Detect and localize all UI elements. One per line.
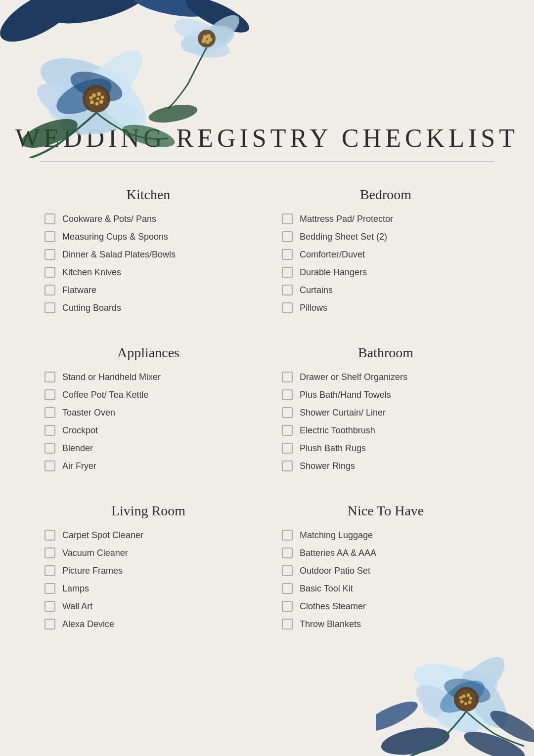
title-divider <box>40 162 494 162</box>
list-item: Comforter/Duvet <box>282 249 490 260</box>
checkbox[interactable] <box>44 249 55 260</box>
checkbox[interactable] <box>44 213 55 224</box>
svg-point-50 <box>460 700 464 704</box>
category-living-room: Living Room Carpet Spot Cleaner Vacuum C… <box>30 493 267 641</box>
item-label: Kitchen Knives <box>62 267 121 278</box>
item-label: Wall Art <box>62 601 92 612</box>
svg-point-37 <box>436 648 513 725</box>
checkbox[interactable] <box>44 425 55 436</box>
checkbox[interactable] <box>44 407 55 418</box>
item-label: Stand or Handheld Mixer <box>62 372 161 382</box>
checkbox[interactable] <box>44 231 55 242</box>
checkbox[interactable] <box>44 389 55 400</box>
checkbox[interactable] <box>44 547 55 558</box>
checkbox[interactable] <box>282 407 293 418</box>
item-label: Pillows <box>300 303 327 313</box>
item-label: Shower Rings <box>300 461 355 471</box>
checkbox[interactable] <box>44 267 55 278</box>
checkbox[interactable] <box>44 302 55 313</box>
checkbox[interactable] <box>44 619 55 630</box>
item-label: Plus Bath/Hand Towels <box>300 390 391 400</box>
checklist-bedroom: Mattress Pad/ Protector Bedding Sheet Se… <box>282 213 490 313</box>
checkbox[interactable] <box>282 530 293 541</box>
svg-point-35 <box>417 667 503 727</box>
category-kitchen: Kitchen Cookware & Pots/ Pans Measuring … <box>30 177 267 325</box>
checkbox[interactable] <box>44 583 55 594</box>
item-label: Crockpot <box>62 425 98 436</box>
list-item: Stand or Handheld Mixer <box>44 372 252 382</box>
item-label: Toaster Oven <box>62 408 115 418</box>
list-item: Drawer or Shelf Organizers <box>282 372 490 382</box>
category-title-living-room: Living Room <box>44 503 252 519</box>
checkbox[interactable] <box>282 231 293 242</box>
list-item: Measuring Cups & Spoons <box>44 231 252 242</box>
checkbox[interactable] <box>282 461 293 471</box>
checkbox[interactable] <box>282 619 293 630</box>
list-item: Cutting Boards <box>44 302 252 313</box>
checkbox[interactable] <box>282 267 293 278</box>
svg-point-45 <box>462 695 466 698</box>
item-label: Comforter/Duvet <box>300 250 365 260</box>
item-label: Outdoor Patio Set <box>300 566 370 576</box>
list-item: Matching Luggage <box>282 530 490 541</box>
list-item: Coffee Pot/ Tea Kettle <box>44 389 252 400</box>
item-label: Matching Luggage <box>300 530 373 541</box>
list-item: Bedding Sheet Set (2) <box>282 231 490 242</box>
checkbox[interactable] <box>282 443 293 454</box>
checkbox[interactable] <box>282 389 293 400</box>
checkbox[interactable] <box>44 565 55 576</box>
item-label: Measuring Cups & Spoons <box>62 232 168 242</box>
svg-point-39 <box>437 700 508 733</box>
checkbox[interactable] <box>282 583 293 594</box>
checkbox[interactable] <box>282 565 293 576</box>
item-label: Throw Blankets <box>300 619 361 630</box>
checkbox[interactable] <box>282 547 293 558</box>
list-item: Plus Bath/Hand Towels <box>282 389 490 400</box>
svg-point-38 <box>409 676 486 742</box>
svg-point-48 <box>468 701 472 704</box>
list-item: Vacuum Cleaner <box>44 547 252 558</box>
item-label: Air Fryer <box>62 461 96 471</box>
svg-point-46 <box>467 694 470 697</box>
list-item: Throw Blankets <box>282 619 490 630</box>
title-section: WEDDING REGISTRY CHECKLIST <box>0 0 534 167</box>
checkbox[interactable] <box>44 285 55 295</box>
item-label: Shower Curtain/ Liner <box>300 408 386 418</box>
svg-point-52 <box>379 723 452 756</box>
list-item: Lamps <box>44 583 252 594</box>
checkbox[interactable] <box>282 285 293 295</box>
checkbox[interactable] <box>44 530 55 541</box>
checkbox[interactable] <box>282 601 293 612</box>
content-grid: Kitchen Cookware & Pots/ Pans Measuring … <box>0 167 534 651</box>
list-item: Crockpot <box>44 425 252 436</box>
checkbox[interactable] <box>282 302 293 313</box>
checkbox[interactable] <box>282 249 293 260</box>
category-title-appliances: Appliances <box>44 345 252 361</box>
item-label: Blender <box>62 443 93 454</box>
item-label: Dinner & Salad Plates/Bowls <box>62 250 176 260</box>
svg-point-55 <box>486 705 534 748</box>
item-label: Vacuum Cleaner <box>62 548 128 558</box>
svg-point-43 <box>454 687 479 712</box>
checkbox[interactable] <box>44 601 55 612</box>
list-item: Plush Bath Rugs <box>282 443 490 454</box>
svg-point-40 <box>453 663 516 735</box>
item-label: Flatware <box>62 285 96 295</box>
checkbox[interactable] <box>282 213 293 224</box>
item-label: Picture Frames <box>62 566 123 576</box>
checkbox[interactable] <box>44 461 55 471</box>
item-label: Alexa Device <box>62 619 114 630</box>
svg-point-51 <box>459 696 462 699</box>
list-item: Kitchen Knives <box>44 267 252 278</box>
checkbox[interactable] <box>282 372 293 382</box>
svg-point-44 <box>457 690 476 709</box>
checkbox[interactable] <box>44 443 55 454</box>
list-item: Picture Frames <box>44 565 252 576</box>
list-item: Carpet Spot Cleaner <box>44 530 252 541</box>
checklist-living-room: Carpet Spot Cleaner Vacuum Cleaner Pictu… <box>44 530 252 630</box>
category-title-bedroom: Bedroom <box>282 187 490 203</box>
list-item: Batteries AA & AAA <box>282 547 490 558</box>
checkbox[interactable] <box>44 372 55 382</box>
checkbox[interactable] <box>282 425 293 436</box>
category-title-nice-to-have: Nice To Have <box>282 503 490 519</box>
